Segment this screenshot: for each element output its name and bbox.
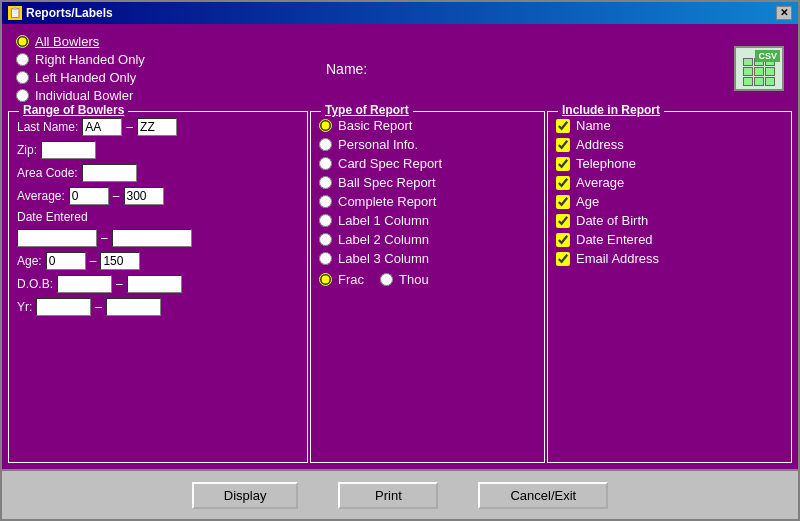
include-name[interactable]: Name <box>556 118 783 133</box>
include-age[interactable]: Age <box>556 194 783 209</box>
include-age-label: Age <box>576 194 599 209</box>
display-button[interactable]: Display <box>192 482 299 509</box>
bowler-option-right[interactable]: Right Handed Only <box>16 52 310 67</box>
last-name-row: Last Name: – <box>17 118 299 136</box>
top-right: Name: CSV <box>318 30 792 107</box>
thou-label: Thou <box>399 272 429 287</box>
type-complete-label: Complete Report <box>338 194 436 209</box>
include-dob-label: Date of Birth <box>576 213 648 228</box>
type-label1-label: Label 1 Column <box>338 213 429 228</box>
frac-label: Frac <box>338 272 364 287</box>
type-panel-title: Type of Report <box>321 103 413 117</box>
main-content: All Bowlers Right Handed Only Left Hande… <box>2 24 798 469</box>
grid-cell <box>754 77 764 86</box>
type-ball-spec-label: Ball Spec Report <box>338 175 436 190</box>
type-personal[interactable]: Personal Info. <box>319 137 536 152</box>
date-entered-row: – <box>17 229 299 247</box>
zip-row: Zip: <box>17 141 299 159</box>
zip-input[interactable] <box>41 141 96 159</box>
grid-cell <box>765 77 775 86</box>
type-label2[interactable]: Label 2 Column <box>319 232 536 247</box>
last-name-label: Last Name: <box>17 120 78 134</box>
include-date-entered[interactable]: Date Entered <box>556 232 783 247</box>
range-panel: Range of Bowlers Last Name: – Zip: Area … <box>8 111 308 463</box>
type-label1[interactable]: Label 1 Column <box>319 213 536 228</box>
area-code-input[interactable] <box>82 164 137 182</box>
area-code-row: Area Code: <box>17 164 299 182</box>
main-panels: Range of Bowlers Last Name: – Zip: Area … <box>8 111 792 463</box>
type-complete[interactable]: Complete Report <box>319 194 536 209</box>
include-telephone[interactable]: Telephone <box>556 156 783 171</box>
include-panel-title: Include in Report <box>558 103 664 117</box>
cancel-button[interactable]: Cancel/Exit <box>478 482 608 509</box>
frac-option[interactable]: Frac <box>319 272 364 287</box>
area-code-label: Area Code: <box>17 166 78 180</box>
include-address-label: Address <box>576 137 624 152</box>
name-label: Name: <box>326 61 367 77</box>
dob-row: D.O.B: – <box>17 275 299 293</box>
type-card-spec-label: Card Spec Report <box>338 156 442 171</box>
frac-thou-row: Frac Thou <box>319 272 536 291</box>
dob-from[interactable] <box>57 275 112 293</box>
grid-cell <box>743 77 753 86</box>
average-row: Average: – <box>17 187 299 205</box>
grid-cell <box>743 67 753 76</box>
yr-label: Yr: <box>17 300 32 314</box>
thou-option[interactable]: Thou <box>380 272 429 287</box>
zip-label: Zip: <box>17 143 37 157</box>
bowler-option-left[interactable]: Left Handed Only <box>16 70 310 85</box>
bowler-right-label: Right Handed Only <box>35 52 145 67</box>
bowler-radio-group: All Bowlers Right Handed Only Left Hande… <box>16 34 310 103</box>
main-window: 📋 Reports/Labels ✕ All Bowlers Right Han… <box>0 0 800 521</box>
last-name-to[interactable] <box>137 118 177 136</box>
type-ball-spec[interactable]: Ball Spec Report <box>319 175 536 190</box>
title-bar: 📋 Reports/Labels ✕ <box>2 2 798 24</box>
include-date-entered-label: Date Entered <box>576 232 653 247</box>
include-dob[interactable]: Date of Birth <box>556 213 783 228</box>
yr-row: Yr: – <box>17 298 299 316</box>
dob-to[interactable] <box>127 275 182 293</box>
date-entered-to[interactable] <box>112 229 192 247</box>
type-card-spec[interactable]: Card Spec Report <box>319 156 536 171</box>
include-average[interactable]: Average <box>556 175 783 190</box>
type-label3[interactable]: Label 3 Column <box>319 251 536 266</box>
include-address[interactable]: Address <box>556 137 783 152</box>
age-to[interactable] <box>100 252 140 270</box>
include-email[interactable]: Email Address <box>556 251 783 266</box>
window-title: Reports/Labels <box>26 6 113 20</box>
average-from[interactable] <box>69 187 109 205</box>
yr-from[interactable] <box>36 298 91 316</box>
close-button[interactable]: ✕ <box>776 6 792 20</box>
bowler-option-individual[interactable]: Individual Bowler <box>16 88 310 103</box>
grid-cell <box>765 67 775 76</box>
title-bar-left: 📋 Reports/Labels <box>8 6 113 20</box>
type-panel: Type of Report Basic Report Personal Inf… <box>310 111 545 463</box>
type-personal-label: Personal Info. <box>338 137 418 152</box>
include-email-label: Email Address <box>576 251 659 266</box>
bowler-option-all[interactable]: All Bowlers <box>16 34 310 49</box>
include-panel: Include in Report Name Address Telephone… <box>547 111 792 463</box>
bowler-individual-label: Individual Bowler <box>35 88 133 103</box>
grid-cell <box>743 58 753 67</box>
last-name-from[interactable] <box>82 118 122 136</box>
yr-to[interactable] <box>106 298 161 316</box>
type-basic[interactable]: Basic Report <box>319 118 536 133</box>
bowler-left-label: Left Handed Only <box>35 70 136 85</box>
average-to[interactable] <box>124 187 164 205</box>
include-name-label: Name <box>576 118 611 133</box>
bowler-all-label: All Bowlers <box>35 34 99 49</box>
average-label: Average: <box>17 189 65 203</box>
print-button[interactable]: Print <box>338 482 438 509</box>
grid-cell <box>754 67 764 76</box>
date-entered-from[interactable] <box>17 229 97 247</box>
csv-icon[interactable]: CSV <box>734 46 784 91</box>
range-panel-title: Range of Bowlers <box>19 103 128 117</box>
date-entered-label: Date Entered <box>17 210 88 224</box>
type-label3-label: Label 3 Column <box>338 251 429 266</box>
bowler-selection: All Bowlers Right Handed Only Left Hande… <box>8 30 318 107</box>
type-label2-label: Label 2 Column <box>338 232 429 247</box>
include-telephone-label: Telephone <box>576 156 636 171</box>
age-from[interactable] <box>46 252 86 270</box>
dob-label: D.O.B: <box>17 277 53 291</box>
include-average-label: Average <box>576 175 624 190</box>
